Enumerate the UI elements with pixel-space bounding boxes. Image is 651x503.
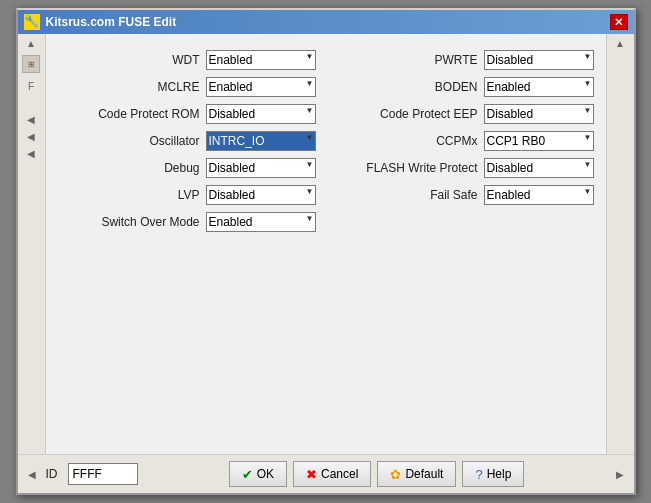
wdt-label: WDT <box>110 53 200 67</box>
right-form-column: PWRTE Enabled Disabled BODEN <box>336 50 594 438</box>
oscillator-select-wrapper: INTRC_IO INTRC EXTRC HS XT LP <box>206 131 316 151</box>
left-arrow-file[interactable]: F <box>28 81 34 92</box>
left-bar-tool-icon: ⊞ <box>22 55 40 73</box>
title-bar: 🔧 Kitsrus.com FUSE Edit ✕ <box>18 10 634 34</box>
boden-select[interactable]: Enabled Disabled <box>484 77 594 97</box>
right-sidebar: ▲ <box>606 34 634 454</box>
window-title: Kitsrus.com FUSE Edit <box>46 15 177 29</box>
switch-over-mode-row: Switch Over Mode Enabled Disabled <box>58 212 316 232</box>
code-protect-eep-row: Code Protect EEP Enabled Disabled <box>336 104 594 124</box>
switch-over-mode-select[interactable]: Enabled Disabled <box>206 212 316 232</box>
left-arrow-scroll2[interactable]: ◀ <box>27 131 35 142</box>
right-arrow-up[interactable]: ▲ <box>615 38 625 49</box>
ccpmx-select-wrapper: CCP1 RB0 CCP1 RB3 <box>484 131 594 151</box>
help-label: Help <box>487 467 512 481</box>
left-form-column: WDT Enabled Disabled MCLRE <box>58 50 316 438</box>
ccpmx-select[interactable]: CCP1 RB0 CCP1 RB3 <box>484 131 594 151</box>
main-content: WDT Enabled Disabled MCLRE <box>46 34 606 454</box>
oscillator-select[interactable]: INTRC_IO INTRC EXTRC HS XT LP <box>206 131 316 151</box>
main-window: 🔧 Kitsrus.com FUSE Edit ✕ ▲ ⊞ F ◀ ◀ ◀ WD… <box>16 8 636 495</box>
debug-row: Debug Enabled Disabled <box>58 158 316 178</box>
boden-row: BODEN Enabled Disabled <box>336 77 594 97</box>
lvp-select-wrapper: Enabled Disabled <box>206 185 316 205</box>
code-protect-rom-row: Code Protect ROM Enabled Disabled <box>58 104 316 124</box>
code-protect-rom-label: Code Protect ROM <box>98 107 199 121</box>
app-icon: 🔧 <box>24 14 40 30</box>
pwrte-select[interactable]: Enabled Disabled <box>484 50 594 70</box>
ok-label: OK <box>257 467 274 481</box>
pwrte-label: PWRTE <box>388 53 478 67</box>
code-protect-eep-label: Code Protect EEP <box>380 107 477 121</box>
code-protect-rom-select-wrapper: Enabled Disabled <box>206 104 316 124</box>
flash-write-protect-select[interactable]: Enabled Disabled <box>484 158 594 178</box>
cancel-label: Cancel <box>321 467 358 481</box>
oscillator-label: Oscillator <box>110 134 200 148</box>
lvp-row: LVP Enabled Disabled <box>58 185 316 205</box>
lvp-label: LVP <box>110 188 200 202</box>
left-arrow-scroll3[interactable]: ◀ <box>27 148 35 159</box>
mclre-label: MCLRE <box>110 80 200 94</box>
fail-safe-label: Fail Safe <box>388 188 478 202</box>
help-button[interactable]: ? Help <box>462 461 524 487</box>
code-protect-eep-select-wrapper: Enabled Disabled <box>484 104 594 124</box>
close-button[interactable]: ✕ <box>610 14 628 30</box>
title-bar-left: 🔧 Kitsrus.com FUSE Edit <box>24 14 177 30</box>
ok-button[interactable]: ✔ OK <box>229 461 287 487</box>
left-sidebar: ▲ ⊞ F ◀ ◀ ◀ <box>18 34 46 454</box>
bottom-buttons: ✔ OK ✖ Cancel ✿ Default ? Help <box>229 461 525 487</box>
fail-safe-select-wrapper: Enabled Disabled <box>484 185 594 205</box>
oscillator-row: Oscillator INTRC_IO INTRC EXTRC HS XT LP <box>58 131 316 151</box>
debug-select[interactable]: Enabled Disabled <box>206 158 316 178</box>
bottom-right-arrow[interactable]: ▶ <box>616 469 624 480</box>
ccpmx-label: CCPMx <box>388 134 478 148</box>
id-label: ID <box>46 467 58 481</box>
code-protect-rom-select[interactable]: Enabled Disabled <box>206 104 316 124</box>
cancel-button[interactable]: ✖ Cancel <box>293 461 371 487</box>
wdt-select-wrapper: Enabled Disabled <box>206 50 316 70</box>
form-area: WDT Enabled Disabled MCLRE <box>58 50 594 438</box>
left-arrow-up[interactable]: ▲ <box>26 38 36 49</box>
bottom-left-arrow[interactable]: ◀ <box>28 469 36 480</box>
switch-over-mode-select-wrapper: Enabled Disabled <box>206 212 316 232</box>
mclre-row: MCLRE Enabled Disabled <box>58 77 316 97</box>
wdt-row: WDT Enabled Disabled <box>58 50 316 70</box>
flash-write-protect-select-wrapper: Enabled Disabled <box>484 158 594 178</box>
mclre-select[interactable]: Enabled Disabled <box>206 77 316 97</box>
ok-icon: ✔ <box>242 467 253 482</box>
lvp-select[interactable]: Enabled Disabled <box>206 185 316 205</box>
fail-safe-select[interactable]: Enabled Disabled <box>484 185 594 205</box>
boden-label: BODEN <box>388 80 478 94</box>
debug-select-wrapper: Enabled Disabled <box>206 158 316 178</box>
flash-write-protect-label: FLASH Write Protect <box>366 161 477 175</box>
ccpmx-row: CCPMx CCP1 RB0 CCP1 RB3 <box>336 131 594 151</box>
wdt-select[interactable]: Enabled Disabled <box>206 50 316 70</box>
boden-select-wrapper: Enabled Disabled <box>484 77 594 97</box>
default-icon: ✿ <box>390 467 401 482</box>
code-protect-eep-select[interactable]: Enabled Disabled <box>484 104 594 124</box>
switch-over-mode-label: Switch Over Mode <box>101 215 199 229</box>
default-button[interactable]: ✿ Default <box>377 461 456 487</box>
id-input[interactable] <box>68 463 138 485</box>
pwrte-select-wrapper: Enabled Disabled <box>484 50 594 70</box>
default-label: Default <box>405 467 443 481</box>
help-icon: ? <box>475 467 482 482</box>
flash-write-protect-row: FLASH Write Protect Enabled Disabled <box>336 158 594 178</box>
debug-label: Debug <box>110 161 200 175</box>
fail-safe-row: Fail Safe Enabled Disabled <box>336 185 594 205</box>
mclre-select-wrapper: Enabled Disabled <box>206 77 316 97</box>
bottom-bar: ◀ ID ✔ OK ✖ Cancel ✿ Default ? Help ▶ <box>18 454 634 493</box>
left-arrow-scroll[interactable]: ◀ <box>27 114 35 125</box>
cancel-icon: ✖ <box>306 467 317 482</box>
pwrte-row: PWRTE Enabled Disabled <box>336 50 594 70</box>
window-body: ▲ ⊞ F ◀ ◀ ◀ WDT Enabled Disabled <box>18 34 634 454</box>
